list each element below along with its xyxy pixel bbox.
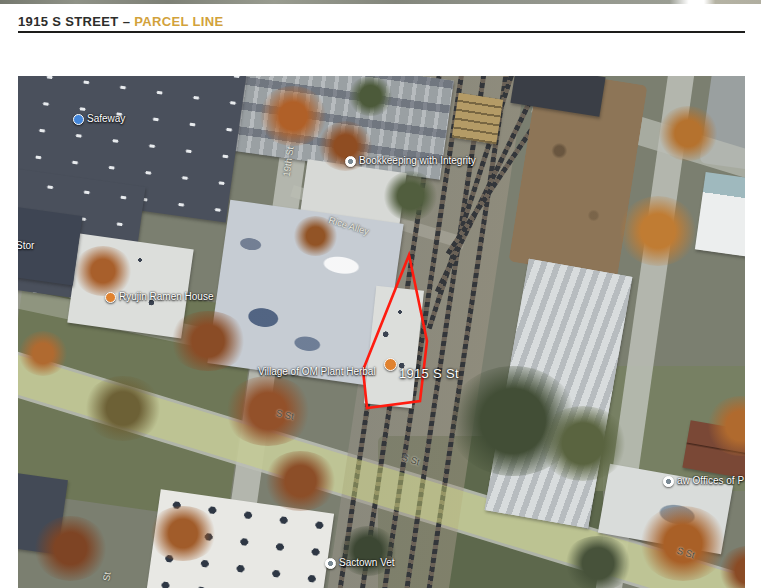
- address-title: 1915 S STREET: [18, 14, 119, 29]
- satellite-map: Safeway Bookkeeping with Integrity 19th …: [18, 76, 745, 588]
- bookkeeping-place-pin-icon: [345, 156, 356, 167]
- map-type-title: PARCEL LINE: [134, 14, 223, 29]
- tree-cluster: [258, 86, 328, 146]
- report-page: 1915 S STREET – PARCEL LINE: [0, 0, 761, 588]
- street-label-st-partial: St: [100, 571, 112, 582]
- village-label: Village of OM Plant Herbal: [258, 366, 376, 377]
- ryujin-label: Ryujin Ramen House: [119, 291, 214, 302]
- top-image-sliver: [0, 0, 761, 4]
- ryujin-place-pin-icon: [105, 292, 116, 303]
- building-top-right-white: [695, 172, 745, 258]
- parcel-place-pin-icon: [384, 358, 397, 371]
- title-underline: [18, 31, 745, 33]
- bookkeeping-label: Bookkeeping with Integrity: [359, 155, 476, 166]
- tree-cluster: [83, 376, 163, 441]
- stor-partial-label: Stor: [18, 240, 34, 251]
- tree-cluster: [338, 526, 398, 576]
- tree-cluster: [563, 536, 633, 588]
- tree-cluster: [18, 331, 68, 376]
- law-offices-place-pin-icon: [663, 476, 674, 487]
- building-tan-storage: [452, 93, 503, 144]
- safeway-place-pin-icon: [73, 114, 84, 125]
- tree-cluster: [223, 376, 313, 446]
- tree-cluster: [348, 76, 393, 116]
- tree-cluster: [383, 171, 438, 221]
- page-title: 1915 S STREET – PARCEL LINE: [18, 14, 224, 29]
- tree-cluster: [148, 506, 218, 561]
- tree-cluster: [538, 406, 628, 481]
- parcel-address-label: 1915 S St: [399, 366, 459, 381]
- law-offices-label: aw Offices of P: [677, 475, 744, 486]
- safeway-label: Safeway: [87, 113, 125, 124]
- tree-cluster: [263, 451, 338, 511]
- tree-cluster: [658, 106, 718, 161]
- tree-cluster: [168, 311, 248, 371]
- tree-cluster: [33, 516, 108, 581]
- tree-cluster: [638, 506, 728, 581]
- tree-cluster: [618, 196, 698, 266]
- tree-cluster: [73, 246, 133, 296]
- title-separator: –: [123, 14, 131, 29]
- sactown-place-pin-icon: [325, 558, 336, 569]
- sactown-label: Sactown Vet: [339, 557, 395, 568]
